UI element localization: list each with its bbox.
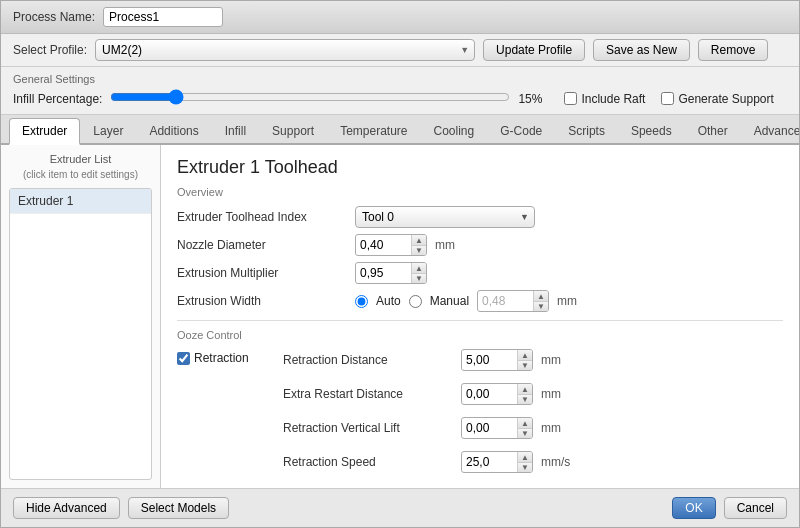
tab-layer[interactable]: Layer	[80, 118, 136, 143]
tab-speeds[interactable]: Speeds	[618, 118, 685, 143]
nozzle-diameter-spinbox: ▲ ▼	[355, 234, 427, 256]
extrusion-width-input[interactable]	[478, 292, 533, 310]
extruder-list-title: Extruder List	[9, 153, 152, 165]
profile-select[interactable]: UM2(2) UM2 UM3	[95, 39, 475, 61]
extrusion-width-row: Extrusion Width Auto Manual ▲ ▼	[177, 290, 783, 312]
extruder-detail-panel: Extruder 1 Toolhead Overview Extruder To…	[161, 145, 799, 488]
cancel-button[interactable]: Cancel	[724, 497, 787, 519]
nozzle-diameter-label: Nozzle Diameter	[177, 238, 347, 252]
extrusion-multiplier-label: Extrusion Multiplier	[177, 266, 347, 280]
infill-row: Infill Percentage: 15% Include Raft Gene…	[13, 89, 787, 108]
nozzle-diameter-unit: mm	[435, 238, 455, 252]
retraction-speed-down-button[interactable]: ▼	[518, 462, 532, 472]
retraction-distance-up-button[interactable]: ▲	[518, 350, 532, 360]
retraction-speed-label: Retraction Speed	[283, 455, 453, 469]
extra-restart-input[interactable]	[462, 385, 517, 403]
toolhead-select-wrapper: Tool 0 Tool 1 ▼	[355, 206, 535, 228]
generate-support-checkbox[interactable]	[661, 92, 674, 105]
extra-restart-unit: mm	[541, 387, 561, 401]
toolhead-index-select[interactable]: Tool 0 Tool 1	[355, 206, 535, 228]
tab-extruder[interactable]: Extruder	[9, 118, 80, 145]
retraction-speed-up-button[interactable]: ▲	[518, 452, 532, 462]
retraction-distance-down-button[interactable]: ▼	[518, 360, 532, 370]
tab-other[interactable]: Other	[685, 118, 741, 143]
general-settings-label: General Settings	[13, 73, 787, 85]
ok-button[interactable]: OK	[672, 497, 715, 519]
retraction-speed-input[interactable]	[462, 453, 517, 471]
retraction-distance-input[interactable]	[462, 351, 517, 369]
retraction-row: Retraction Retraction Distance ▲	[177, 349, 783, 479]
infill-label: Infill Percentage:	[13, 92, 102, 106]
tab-advanced[interactable]: Advanced	[741, 118, 799, 143]
extrusion-width-unit: mm	[557, 294, 577, 308]
retraction-distance-spinbox-buttons: ▲ ▼	[517, 350, 532, 370]
retraction-speed-unit: mm/s	[541, 455, 570, 469]
extra-restart-up-button[interactable]: ▲	[518, 384, 532, 394]
nozzle-diameter-row: Nozzle Diameter ▲ ▼ mm	[177, 234, 783, 256]
extrusion-width-radio-group: Auto Manual ▲ ▼ mm	[355, 290, 577, 312]
include-raft-checkbox[interactable]	[564, 92, 577, 105]
title-bar: Process Name:	[1, 1, 799, 34]
retraction-lift-up-button[interactable]: ▲	[518, 418, 532, 428]
tab-gcode[interactable]: G-Code	[487, 118, 555, 143]
nozzle-diameter-input[interactable]	[356, 236, 411, 254]
tab-cooling[interactable]: Cooling	[421, 118, 488, 143]
extrusion-multiplier-down-button[interactable]: ▼	[412, 273, 426, 283]
tab-infill[interactable]: Infill	[212, 118, 259, 143]
generate-support-label: Generate Support	[678, 92, 773, 106]
update-profile-button[interactable]: Update Profile	[483, 39, 585, 61]
tab-content: Extruder List (click item to edit settin…	[1, 145, 799, 488]
retraction-speed-row: Retraction Speed ▲ ▼ mm/s	[283, 451, 570, 473]
bottom-right-buttons: OK Cancel	[672, 497, 787, 519]
bottom-bar: Hide Advanced Select Models OK Cancel	[1, 488, 799, 527]
retraction-checkbox[interactable]	[177, 352, 190, 365]
tab-scripts[interactable]: Scripts	[555, 118, 618, 143]
retraction-lift-input[interactable]	[462, 419, 517, 437]
retraction-distance-row: Retraction Distance ▲ ▼ mm	[283, 349, 570, 371]
tab-additions[interactable]: Additions	[136, 118, 211, 143]
extrusion-width-up-button[interactable]: ▲	[534, 291, 548, 301]
nozzle-diameter-down-button[interactable]: ▼	[412, 245, 426, 255]
infill-slider[interactable]	[110, 89, 510, 105]
hide-advanced-button[interactable]: Hide Advanced	[13, 497, 120, 519]
extrusion-multiplier-up-button[interactable]: ▲	[412, 263, 426, 273]
retraction-speed-spinbox: ▲ ▼	[461, 451, 533, 473]
extra-restart-down-button[interactable]: ▼	[518, 394, 532, 404]
retraction-lift-down-button[interactable]: ▼	[518, 428, 532, 438]
nozzle-diameter-up-button[interactable]: ▲	[412, 235, 426, 245]
extrusion-width-label: Extrusion Width	[177, 294, 347, 308]
toolhead-index-label: Extruder Toolhead Index	[177, 210, 347, 224]
overview-section: Overview Extruder Toolhead Index Tool 0 …	[177, 186, 783, 312]
process-name-label: Process Name:	[13, 10, 95, 24]
extrusion-width-manual-label: Manual	[430, 294, 469, 308]
retraction-lift-row: Retraction Vertical Lift ▲ ▼ mm	[283, 417, 570, 439]
retraction-lift-unit: mm	[541, 421, 561, 435]
general-settings-section: General Settings Infill Percentage: 15% …	[1, 67, 799, 115]
extruder-list-subtitle: (click item to edit settings)	[9, 169, 152, 180]
overview-label: Overview	[177, 186, 783, 198]
extrusion-multiplier-input[interactable]	[356, 264, 411, 282]
remove-button[interactable]: Remove	[698, 39, 769, 61]
retraction-lift-label: Retraction Vertical Lift	[283, 421, 453, 435]
process-name-input[interactable]	[103, 7, 223, 27]
retraction-distance-unit: mm	[541, 353, 561, 367]
extra-restart-spinbox-buttons: ▲ ▼	[517, 384, 532, 404]
generate-support-group: Generate Support	[661, 92, 773, 106]
ooze-control-section: Ooze Control Retraction Retraction Dista…	[177, 320, 783, 479]
retraction-distance-label: Retraction Distance	[283, 353, 453, 367]
list-item[interactable]: Extruder 1	[10, 189, 151, 214]
extrusion-multiplier-spinbox-buttons: ▲ ▼	[411, 263, 426, 283]
retraction-speed-spinbox-buttons: ▲ ▼	[517, 452, 532, 472]
main-window: Process Name: Select Profile: UM2(2) UM2…	[0, 0, 800, 528]
extrusion-width-manual-radio[interactable]	[409, 295, 422, 308]
extrusion-width-auto-radio[interactable]	[355, 295, 368, 308]
infill-percentage-value: 15%	[518, 92, 548, 106]
profile-select-wrapper: UM2(2) UM2 UM3	[95, 39, 475, 61]
save-as-new-button[interactable]: Save as New	[593, 39, 690, 61]
select-models-button[interactable]: Select Models	[128, 497, 229, 519]
include-raft-group: Include Raft	[564, 92, 645, 106]
extrusion-width-down-button[interactable]: ▼	[534, 301, 548, 311]
tab-temperature[interactable]: Temperature	[327, 118, 420, 143]
tab-support[interactable]: Support	[259, 118, 327, 143]
retraction-distance-spinbox: ▲ ▼	[461, 349, 533, 371]
